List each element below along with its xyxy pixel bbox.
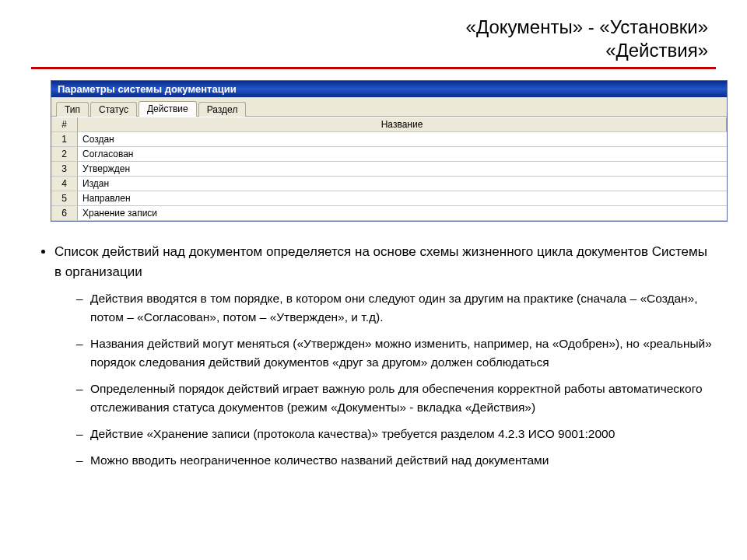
row-name: Согласован	[78, 147, 727, 161]
title-line-2: «Действия»	[31, 39, 708, 62]
slide: «Документы» - «Установки» «Действия» Пар…	[0, 0, 747, 560]
table-row[interactable]: 4 Издан	[51, 177, 727, 191]
col-header-name[interactable]: Название	[78, 117, 727, 131]
sub-bullet: Действия вводятся в том порядке, в котор…	[76, 289, 716, 327]
row-name: Создан	[78, 132, 727, 146]
row-index: 5	[51, 191, 78, 205]
col-header-index[interactable]: #	[51, 117, 78, 131]
sub-bullet: Действие «Хранение записи (протокола кач…	[76, 425, 716, 443]
sub-bullet-list: Действия вводятся в том порядке, в котор…	[54, 289, 716, 470]
row-name: Направлен	[78, 191, 727, 205]
row-index: 1	[51, 132, 78, 146]
body-text: Список действий над документом определяе…	[31, 242, 716, 470]
row-index: 4	[51, 177, 78, 191]
table-row[interactable]: 5 Направлен	[51, 191, 727, 206]
tab-type[interactable]: Тип	[56, 102, 89, 117]
bullet-main-text: Список действий над документом определяе…	[54, 244, 707, 279]
slide-title: «Документы» - «Установки» «Действия»	[31, 16, 716, 62]
tab-action[interactable]: Действие	[139, 101, 197, 117]
tab-section[interactable]: Раздел	[198, 102, 247, 117]
row-name: Хранение записи	[78, 206, 727, 220]
table-row[interactable]: 2 Согласован	[51, 147, 727, 162]
row-index: 6	[51, 206, 78, 220]
table-row[interactable]: 6 Хранение записи	[51, 206, 727, 221]
table-row[interactable]: 3 Утвержден	[51, 162, 727, 177]
data-grid: # Название 1 Создан 2 Согласован 3 Утвер…	[51, 117, 727, 221]
row-name: Издан	[78, 177, 727, 191]
row-index: 2	[51, 147, 78, 161]
bullet-main: Список действий над документом определяе…	[54, 242, 716, 470]
sub-bullet: Названия действий могут меняться («Утвер…	[76, 334, 716, 372]
bullet-list: Список действий над документом определяе…	[31, 242, 716, 470]
grid-body: 1 Создан 2 Согласован 3 Утвержден 4 Изда…	[51, 132, 727, 221]
app-window: Параметры системы документации Тип Стату…	[51, 80, 728, 222]
row-index: 3	[51, 162, 78, 176]
table-row[interactable]: 1 Создан	[51, 132, 727, 147]
tab-status[interactable]: Статус	[90, 102, 137, 117]
window-titlebar: Параметры системы документации	[51, 81, 727, 97]
title-line-1: «Документы» - «Установки»	[31, 16, 708, 39]
sub-bullet: Определенный порядок действий играет важ…	[76, 380, 716, 417]
row-name: Утвержден	[78, 162, 727, 176]
grid-header-row: # Название	[51, 117, 727, 132]
sub-bullet: Можно вводить неограниченное количество …	[76, 451, 716, 470]
title-divider	[31, 67, 716, 69]
window-caption: Параметры системы документации	[58, 83, 237, 95]
tab-strip: Тип Статус Действие Раздел	[51, 97, 727, 117]
